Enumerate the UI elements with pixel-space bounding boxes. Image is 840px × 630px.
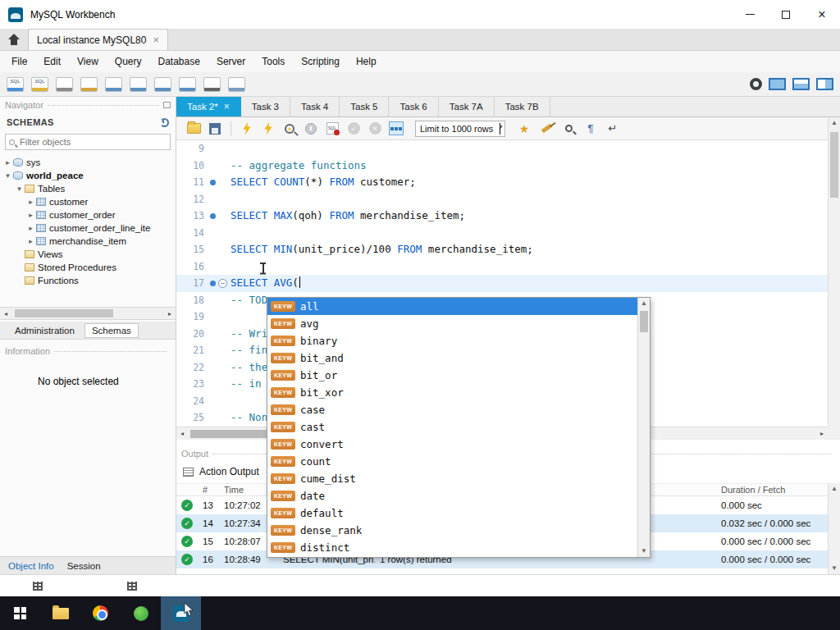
limit-rows-dropdown[interactable]: Limit to 1000 rows ▾ xyxy=(415,121,505,137)
start-button[interactable] xyxy=(0,596,40,630)
scroll-left-icon[interactable]: ◂ xyxy=(0,310,11,317)
menu-database[interactable]: Database xyxy=(150,51,208,72)
collapse-marker-icon[interactable]: − xyxy=(218,279,227,288)
tree-item-sys[interactable]: ▸sys xyxy=(0,156,176,169)
autocomplete-scrollbar[interactable]: ▲ ▼ xyxy=(637,298,650,557)
stop-on-error-icon[interactable]: SQL xyxy=(325,121,340,136)
tree-item-world-peace[interactable]: ▾world_peace xyxy=(0,169,176,182)
scroll-up-icon[interactable]: ▲ xyxy=(829,117,840,129)
menu-help[interactable]: Help xyxy=(348,51,385,72)
tab-schemas[interactable]: Schemas xyxy=(84,323,139,338)
editor-line-12[interactable]: 12 xyxy=(176,191,828,208)
new-sql-tab-icon[interactable]: SQL xyxy=(7,77,24,92)
editor-line-16[interactable]: 16 xyxy=(176,258,828,276)
menu-file[interactable]: File xyxy=(3,51,35,72)
scrollbar-thumb[interactable] xyxy=(15,309,113,317)
beautify-icon[interactable]: ★ xyxy=(517,121,532,136)
menu-edit[interactable]: Edit xyxy=(35,51,69,72)
autocomplete-item-default[interactable]: KEYWdefault xyxy=(267,504,637,522)
toggle-bottom-panel-icon[interactable] xyxy=(792,78,810,90)
scrollbar-thumb[interactable] xyxy=(830,132,838,198)
tab-task-3[interactable]: Task 3 xyxy=(241,97,290,116)
file-explorer-icon[interactable] xyxy=(40,596,80,630)
scroll-right-icon[interactable]: ▸ xyxy=(164,310,176,317)
expander-right-icon[interactable]: ▸ xyxy=(26,224,35,232)
tree-item-views[interactable]: Views xyxy=(0,248,176,261)
autocomplete-item-date[interactable]: KEYWdate xyxy=(267,487,637,504)
expander-right-icon[interactable]: ▸ xyxy=(26,211,35,219)
menu-query[interactable]: Query xyxy=(107,51,150,72)
tab-task-4[interactable]: Task 4 xyxy=(290,97,340,116)
scrollbar-thumb[interactable] xyxy=(640,311,648,332)
close-button[interactable]: × xyxy=(804,0,840,29)
tree-item-customer-order[interactable]: ▸customer_order xyxy=(0,208,176,221)
menu-scripting[interactable]: Scripting xyxy=(293,51,348,72)
toggle-right-panel-icon[interactable] xyxy=(816,78,833,90)
editor-line-14[interactable]: 14 xyxy=(176,225,828,242)
scroll-up-icon[interactable]: ▲ xyxy=(829,483,840,495)
menu-tools[interactable]: Tools xyxy=(253,51,293,72)
autocomplete-item-bit-and[interactable]: KEYWbit_and xyxy=(267,349,637,367)
refresh-schemas-icon[interactable] xyxy=(160,118,169,127)
connection-tab[interactable]: Local instance MySQL80 × xyxy=(28,29,168,50)
manage-privileges-icon[interactable] xyxy=(56,77,73,92)
editor-line-15[interactable]: 15SELECT MIN(unit_price)/100 FROM mercha… xyxy=(176,241,828,258)
minimize-button[interactable] xyxy=(732,0,768,29)
expander-down-icon[interactable]: ▾ xyxy=(3,171,12,180)
undock-panel-icon[interactable] xyxy=(163,102,171,108)
editor-line-11[interactable]: 11SELECT COUNT(*) FROM customer; xyxy=(176,174,828,191)
scroll-down-icon[interactable]: ▼ xyxy=(829,563,840,574)
find-icon[interactable] xyxy=(561,121,576,136)
chrome-icon[interactable] xyxy=(80,596,121,630)
tab-object-info[interactable]: Object Info xyxy=(8,561,54,571)
invisible-chars-icon[interactable]: ¶ xyxy=(583,121,598,136)
green-app-icon[interactable] xyxy=(121,596,161,630)
editor-line-10[interactable]: 10-- aggregate functions xyxy=(176,158,828,175)
autocomplete-item-count[interactable]: KEYWcount xyxy=(267,453,637,470)
rollback-icon[interactable]: ✕ xyxy=(368,121,382,136)
tree-item-merchandise-item[interactable]: ▸merchandise_item xyxy=(0,235,176,248)
autocomplete-item-case[interactable]: KEYWcase xyxy=(267,401,637,418)
editor-line-9[interactable]: 9 xyxy=(176,140,828,158)
tab-task-2[interactable]: Task 2*× xyxy=(176,97,241,116)
autocomplete-item-bit-or[interactable]: KEYWbit_or xyxy=(267,367,637,384)
stop-query-icon[interactable] xyxy=(304,121,318,136)
autocomplete-item-convert[interactable]: KEYWconvert xyxy=(267,436,637,453)
menu-server[interactable]: Server xyxy=(208,51,253,72)
execute-current-statement-icon[interactable] xyxy=(261,121,276,136)
autocomplete-item-avg[interactable]: KEYWavg xyxy=(267,315,637,332)
editor-line-17[interactable]: 17−SELECT AVG( xyxy=(176,275,828,292)
expander-right-icon[interactable]: ▸ xyxy=(26,198,35,206)
execute-script-icon[interactable] xyxy=(240,121,254,136)
data-import-icon[interactable] xyxy=(228,77,245,92)
tab-task-7b[interactable]: Task 7B xyxy=(495,97,550,116)
autocomplete-item-distinct[interactable]: KEYWdistinct xyxy=(267,539,637,556)
tree-item-stored-procedures[interactable]: Stored Procedures xyxy=(0,261,176,274)
expander-down-icon[interactable]: ▾ xyxy=(15,185,24,193)
open-script-icon[interactable] xyxy=(186,121,201,136)
create-function-icon[interactable] xyxy=(179,77,196,92)
tree-item-functions[interactable]: Functions xyxy=(0,274,176,287)
autocomplete-item-all[interactable]: KEYWall xyxy=(267,298,637,315)
schema-filter[interactable] xyxy=(5,134,171,150)
open-sql-script-icon[interactable]: SQL xyxy=(31,77,48,92)
save-script-icon[interactable] xyxy=(208,121,222,136)
tree-item-customer[interactable]: ▸customer xyxy=(0,195,176,208)
tab-task-5[interactable]: Task 5 xyxy=(340,97,389,116)
scroll-left-icon[interactable]: ◂ xyxy=(176,430,188,437)
search-data-icon[interactable] xyxy=(203,77,221,92)
create-schema-icon[interactable] xyxy=(80,77,98,92)
expander-right-icon[interactable]: ▸ xyxy=(26,237,35,245)
menu-view[interactable]: View xyxy=(69,51,107,72)
tab-administration[interactable]: Administration xyxy=(8,324,81,337)
tab-task-7a[interactable]: Task 7A xyxy=(439,97,495,116)
create-procedure-icon[interactable] xyxy=(154,77,171,92)
maximize-button[interactable] xyxy=(768,0,804,29)
mysql-workbench-taskbar-icon[interactable] xyxy=(161,596,201,630)
output-vertical-scrollbar[interactable]: ▲ ▼ xyxy=(828,483,840,574)
editor-line-13[interactable]: 13SELECT MAX(qoh) FROM merchandise_item; xyxy=(176,208,828,225)
scroll-up-icon[interactable]: ▲ xyxy=(638,298,650,309)
preferences-gear-icon[interactable] xyxy=(750,78,762,90)
close-connection-icon[interactable]: × xyxy=(153,34,159,46)
toggle-left-panel-icon[interactable] xyxy=(769,78,786,90)
